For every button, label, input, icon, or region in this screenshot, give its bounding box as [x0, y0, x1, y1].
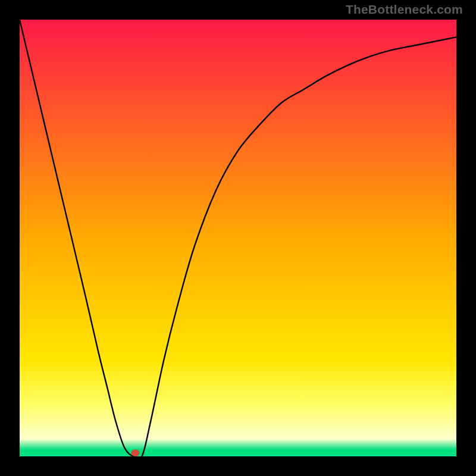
bottleneck-chart: [20, 20, 456, 456]
chart-frame: TheBottleneck.com: [0, 0, 476, 476]
attribution-text: TheBottleneck.com: [346, 2, 463, 17]
chart-background: [20, 20, 456, 456]
optimum-marker: [131, 449, 140, 456]
